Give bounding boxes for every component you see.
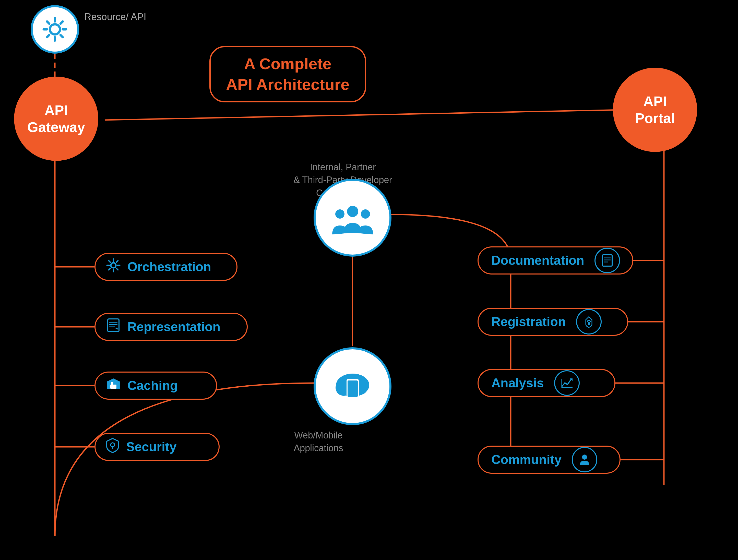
svg-point-64 [582, 455, 587, 460]
registration-label: Registration [478, 314, 576, 329]
title-line1: A Complete [244, 55, 331, 72]
svg-line-25 [60, 35, 63, 37]
community-label: Community [478, 452, 572, 467]
title-line2: API Architecture [226, 76, 350, 93]
svg-line-43 [116, 268, 118, 270]
svg-line-1 [105, 110, 623, 120]
registration-icon [576, 309, 602, 335]
svg-rect-51 [110, 385, 116, 389]
svg-point-28 [347, 206, 358, 217]
webmobile-circle [314, 347, 391, 425]
api-gateway-circle: API Gateway [14, 77, 98, 161]
resource-api-label: Resource/ API [84, 10, 146, 24]
svg-rect-35 [348, 381, 358, 397]
svg-rect-52 [111, 382, 113, 385]
svg-point-29 [335, 209, 345, 218]
webmobile-label: Web/Mobile Applications [294, 429, 343, 455]
svg-point-55 [110, 443, 115, 447]
svg-point-36 [352, 398, 354, 400]
caching-label: Caching [127, 378, 178, 393]
svg-line-24 [47, 21, 49, 24]
documentation-pill: Documentation [477, 246, 633, 274]
svg-point-19 [50, 24, 60, 34]
svg-rect-60 [588, 322, 590, 325]
svg-line-45 [109, 268, 110, 270]
svg-line-44 [116, 261, 118, 262]
analysis-label: Analysis [478, 376, 554, 391]
svg-line-26 [60, 21, 63, 24]
svg-line-42 [109, 261, 110, 262]
svg-rect-56 [603, 255, 612, 266]
documentation-label: Documentation [478, 253, 595, 268]
community-person-icon [572, 447, 597, 472]
api-portal-circle: API Portal [613, 68, 697, 152]
title-box: A Complete API Architecture [210, 46, 366, 102]
security-icon [106, 438, 120, 456]
representation-icon [106, 318, 121, 336]
security-pill: Security [94, 433, 220, 461]
diagram-container: Resource/ API A Complete API Architectur… [0, 0, 738, 560]
caching-pill: Caching [94, 372, 217, 400]
webmobile-icon [327, 365, 378, 408]
representation-pill: Representation [94, 313, 248, 341]
documentation-icon [595, 248, 620, 273]
security-label: Security [126, 440, 176, 454]
analysis-icon [554, 370, 580, 396]
analysis-pill: Analysis [477, 369, 616, 397]
svg-rect-47 [108, 319, 119, 332]
api-portal-label: API Portal [635, 93, 675, 127]
caching-icon [106, 377, 121, 395]
gear-icon [41, 15, 69, 43]
svg-point-46 [111, 263, 116, 268]
api-gateway-label: API Gateway [27, 102, 85, 136]
resource-api-circle [31, 5, 79, 54]
representation-label: Representation [127, 320, 221, 334]
community-pill: Community [477, 446, 621, 474]
orchestration-icon [106, 258, 121, 276]
orchestration-pill: Orchestration [94, 253, 238, 281]
svg-line-27 [47, 35, 49, 37]
svg-point-30 [361, 209, 370, 218]
registration-pill: Registration [477, 308, 628, 336]
people-icon [330, 197, 376, 238]
community-people-circle [314, 179, 391, 256]
orchestration-label: Orchestration [127, 259, 211, 274]
